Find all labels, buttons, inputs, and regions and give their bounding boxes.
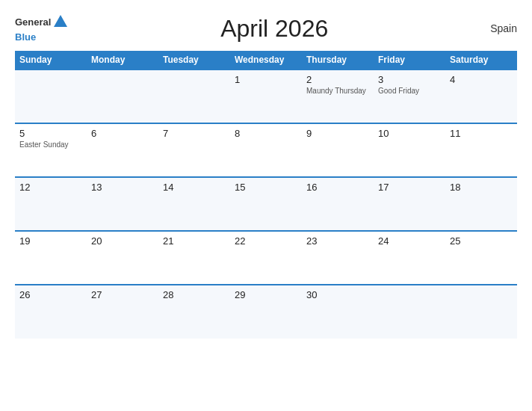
table-row: 4 <box>445 69 517 123</box>
table-row: 28 <box>158 285 230 339</box>
calendar-body: 12Maundy Thursday3Good Friday45Easter Su… <box>15 69 517 339</box>
day-number: 15 <box>235 182 297 193</box>
table-row: 2Maundy Thursday <box>302 69 374 123</box>
calendar-page: General Blue April 2026 Spain Sunday Mon… <box>0 0 532 411</box>
table-row: 19 <box>15 231 87 285</box>
day-number: 3 <box>378 74 441 85</box>
table-row <box>87 69 158 123</box>
table-row: 20 <box>87 231 158 285</box>
day-number: 7 <box>163 128 226 139</box>
table-row: 23 <box>302 231 374 285</box>
table-row: 12 <box>15 177 87 231</box>
logo-icon <box>52 13 69 30</box>
table-row: 17 <box>374 177 445 231</box>
day-number: 9 <box>306 128 369 139</box>
day-number: 21 <box>163 235 226 247</box>
table-row: 11 <box>445 123 517 177</box>
col-tuesday: Tuesday <box>158 51 230 69</box>
day-event: Easter Sunday <box>19 140 82 149</box>
header: General Blue April 2026 Spain <box>15 13 517 43</box>
day-number: 28 <box>163 289 226 300</box>
month-title: April 2026 <box>69 15 480 43</box>
day-number: 29 <box>235 289 297 300</box>
logo-general-text: General <box>15 17 51 27</box>
table-row: 14 <box>158 177 230 231</box>
col-friday: Friday <box>374 51 445 69</box>
logo-blue-text: Blue <box>15 31 36 43</box>
table-row: 5Easter Sunday <box>15 123 87 177</box>
table-row: 21 <box>158 231 230 285</box>
day-number: 18 <box>450 182 513 193</box>
table-row <box>374 285 445 339</box>
table-row: 7 <box>158 123 230 177</box>
table-row <box>445 285 517 339</box>
day-number: 10 <box>378 128 441 139</box>
table-row: 24 <box>374 231 445 285</box>
day-number: 13 <box>91 182 154 193</box>
svg-marker-0 <box>54 15 67 27</box>
day-number: 20 <box>91 235 154 247</box>
calendar-table: Sunday Monday Tuesday Wednesday Thursday… <box>15 51 517 339</box>
table-row: 18 <box>445 177 517 231</box>
logo: General Blue <box>15 13 69 43</box>
table-row <box>15 69 87 123</box>
col-thursday: Thursday <box>302 51 374 69</box>
day-number: 1 <box>235 74 297 85</box>
table-row: 27 <box>87 285 158 339</box>
table-row: 3Good Friday <box>374 69 445 123</box>
day-number: 25 <box>450 235 513 247</box>
day-number: 19 <box>19 235 82 247</box>
table-row: 26 <box>15 285 87 339</box>
day-number: 30 <box>306 289 369 300</box>
col-saturday: Saturday <box>445 51 517 69</box>
table-row: 13 <box>87 177 158 231</box>
day-number: 11 <box>450 128 513 139</box>
day-number: 5 <box>19 128 82 139</box>
day-event: Maundy Thursday <box>306 87 369 96</box>
day-number: 16 <box>306 182 369 193</box>
day-number: 6 <box>91 128 154 139</box>
calendar-header: Sunday Monday Tuesday Wednesday Thursday… <box>15 51 517 69</box>
day-number: 4 <box>450 74 513 85</box>
table-row: 30 <box>302 285 374 339</box>
country-label: Spain <box>480 22 517 34</box>
day-number: 14 <box>163 182 226 193</box>
table-row: 9 <box>302 123 374 177</box>
col-sunday: Sunday <box>15 51 87 69</box>
day-number: 17 <box>378 182 441 193</box>
table-row: 25 <box>445 231 517 285</box>
day-number: 26 <box>19 289 82 300</box>
table-row: 1 <box>230 69 302 123</box>
col-monday: Monday <box>87 51 158 69</box>
day-number: 8 <box>235 128 297 139</box>
table-row: 15 <box>230 177 302 231</box>
day-number: 24 <box>378 235 441 247</box>
day-number: 2 <box>306 74 369 85</box>
table-row <box>158 69 230 123</box>
table-row: 6 <box>87 123 158 177</box>
col-wednesday: Wednesday <box>230 51 302 69</box>
table-row: 8 <box>230 123 302 177</box>
table-row: 29 <box>230 285 302 339</box>
table-row: 22 <box>230 231 302 285</box>
day-number: 12 <box>19 182 82 193</box>
day-number: 23 <box>306 235 369 247</box>
table-row: 16 <box>302 177 374 231</box>
table-row: 10 <box>374 123 445 177</box>
day-event: Good Friday <box>378 87 441 96</box>
day-number: 22 <box>235 235 297 247</box>
day-number: 27 <box>91 289 154 300</box>
